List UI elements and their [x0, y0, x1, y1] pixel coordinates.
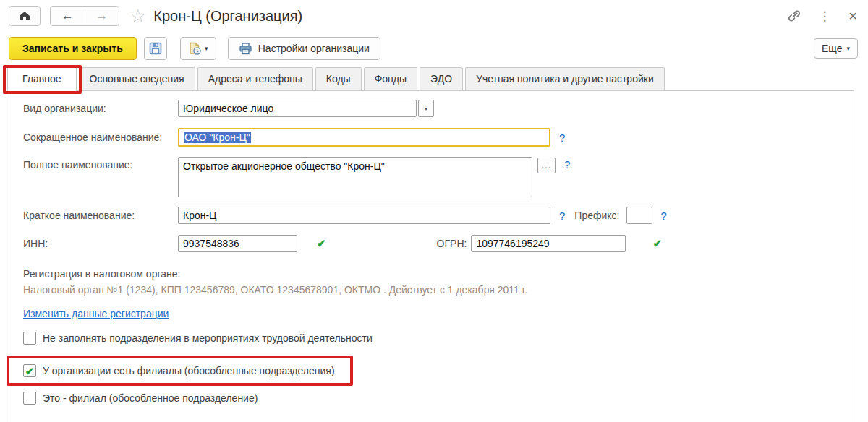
more-menu-icon[interactable]: ⋮	[819, 9, 831, 24]
more-actions-button[interactable]: Еще ▾	[814, 38, 858, 59]
checkbox-is-branch[interactable]	[23, 392, 36, 405]
change-history-button[interactable]: ▾	[180, 37, 216, 60]
short-name-selected-text: ОАО "Крон-Ц"	[184, 132, 251, 143]
home-icon	[18, 10, 31, 22]
caret-down-icon: ▾	[205, 45, 208, 52]
brief-name-value: Крон-Ц	[183, 210, 216, 221]
back-button[interactable]: ←	[51, 7, 85, 25]
checkbox-has-branches[interactable]: ✔	[23, 364, 36, 377]
organization-card-window: ← → ☆ Крон-Ц (Организация) ⋮ ✕ Записать …	[0, 0, 868, 422]
header-actions: ⋮ ✕	[787, 9, 858, 24]
full-name-help-icon[interactable]: ?	[564, 158, 570, 171]
ogrn-input[interactable]: 1097746195249	[471, 235, 626, 252]
tab-content-main: Вид организации: Юридическое лицо ▾ Сокр…	[7, 90, 854, 422]
inn-label: ИНН:	[23, 238, 178, 249]
form-toolbar: Записать и закрыть ▾	[9, 36, 858, 61]
full-name-textarea[interactable]: Открытое акционерное общество "Крон-Ц"	[178, 157, 532, 197]
brief-name-input[interactable]: Крон-Ц	[178, 207, 550, 224]
full-name-label: Полное наименование:	[23, 159, 178, 171]
org-kind-label: Вид организации:	[23, 103, 178, 114]
tab-glavnoe[interactable]: Главное	[7, 66, 77, 91]
save-and-close-button[interactable]: Записать и закрыть	[9, 37, 137, 60]
org-settings-label: Настройки организации	[258, 43, 370, 54]
org-kind-dropdown-button[interactable]: ▾	[418, 100, 434, 117]
forward-arrow-icon: →	[95, 9, 108, 23]
ogrn-value: 1097746195249	[476, 238, 549, 249]
brief-name-help-icon[interactable]: ?	[559, 210, 565, 222]
tab-fondy[interactable]: Фонды	[364, 67, 417, 91]
checkbox-no-subdivisions-label: Не заполнять подразделения в мероприятия…	[43, 332, 373, 344]
brief-name-label: Краткое наименование:	[23, 210, 178, 221]
registration-block: Регистрация в налоговом органе: Налоговы…	[23, 268, 854, 298]
checkbox-no-subdivisions[interactable]	[23, 332, 36, 345]
org-kind-select[interactable]: Юридическое лицо	[178, 100, 417, 117]
tab-kody[interactable]: Коды	[315, 67, 362, 91]
ogrn-label: ОГРН:	[437, 238, 467, 249]
prefix-help-icon[interactable]: ?	[661, 210, 667, 222]
more-label: Еще	[822, 43, 843, 54]
tab-adresa-i-telefony[interactable]: Адреса и телефоны	[197, 67, 313, 91]
copy-link-icon[interactable]	[787, 9, 801, 23]
caret-down-icon: ▾	[425, 106, 427, 112]
tab-strip: Главное Основные сведения Адреса и телеф…	[7, 66, 854, 91]
home-button[interactable]	[9, 6, 41, 26]
window-header: ← → ☆ Крон-Ц (Организация) ⋮ ✕	[9, 4, 858, 27]
prefix-input[interactable]	[626, 207, 652, 224]
org-kind-value: Юридическое лицо	[183, 103, 273, 114]
history-nav-group: ← →	[50, 6, 119, 26]
favorite-star-icon[interactable]: ☆	[129, 7, 146, 25]
tab-edo[interactable]: ЭДО	[420, 67, 463, 91]
inn-value: 9937548836	[183, 238, 239, 249]
checkbox-row-has-branches: ✔ У организации есть филиалы (обособленн…	[23, 364, 335, 377]
tab-uchetnaya-politika[interactable]: Учетная политика и другие настройки	[465, 67, 665, 91]
history-icon	[188, 42, 202, 56]
forward-button[interactable]: →	[85, 7, 119, 25]
checkbox-has-branches-label: У организации есть филиалы (обособленные…	[43, 365, 335, 376]
registration-info: Налоговый орган №1 (1234), КПП 123456789…	[23, 283, 564, 298]
full-name-value: Открытое акционерное общество "Крон-Ц"	[183, 160, 385, 172]
short-name-help-icon[interactable]: ?	[559, 132, 565, 144]
prefix-label: Префикс:	[574, 210, 619, 221]
caret-down-icon: ▾	[846, 45, 850, 52]
printer-icon	[239, 43, 252, 55]
checkbox-row-is-branch: Это - филиал (обособленное подразделение…	[23, 392, 258, 405]
ogrn-valid-icon: ✔	[652, 237, 662, 250]
checkbox-check-icon: ✔	[25, 366, 35, 376]
checkbox-is-branch-label: Это - филиал (обособленное подразделение…	[43, 392, 258, 404]
change-registration-link[interactable]: Изменить данные регистрации	[23, 308, 169, 319]
save-icon	[149, 42, 162, 55]
save-button[interactable]	[144, 37, 167, 60]
tab-osnovnye-svedeniya[interactable]: Основные сведения	[79, 67, 195, 91]
org-settings-button[interactable]: Настройки организации	[228, 37, 380, 60]
back-arrow-icon: ←	[61, 9, 74, 23]
checkbox-row-no-subdivisions: Не заполнять подразделения в мероприятия…	[23, 332, 373, 345]
short-name-label: Сокращенное наименование:	[23, 132, 178, 143]
registration-title: Регистрация в налоговом органе:	[23, 268, 854, 280]
inn-input[interactable]: 9937548836	[178, 235, 297, 252]
page-title: Крон-Ц (Организация)	[153, 8, 302, 25]
close-icon[interactable]: ✕	[848, 9, 858, 23]
full-name-expand-button[interactable]: ...	[537, 158, 556, 173]
short-name-input[interactable]: ОАО "Крон-Ц"	[178, 128, 550, 147]
inn-valid-icon: ✔	[317, 237, 326, 250]
